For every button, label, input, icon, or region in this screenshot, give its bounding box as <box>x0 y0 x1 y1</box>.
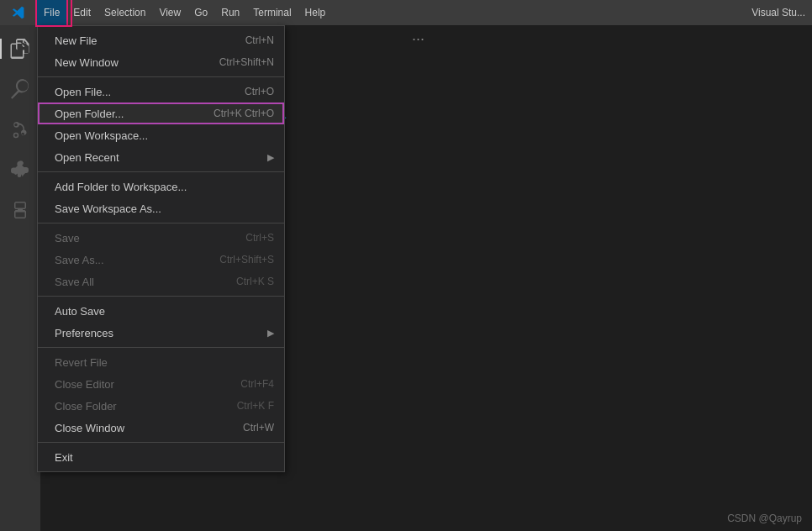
file-dropdown-menu: New File Ctrl+N New Window Ctrl+Shift+N … <box>37 25 285 472</box>
menu-item-exit-label: Exit <box>55 451 274 464</box>
menu-item-save-all-shortcut: Ctrl+K S <box>236 276 274 287</box>
menu-item-preferences-label: Preferences <box>55 327 264 339</box>
menu-item-preferences[interactable]: Preferences ▶ <box>38 322 284 344</box>
menu-item-open-workspace-label: Open Workspace... <box>55 129 257 142</box>
menu-item-close-editor: Close Editor Ctrl+F4 <box>38 373 284 395</box>
menu-item-add-folder[interactable]: Add Folder to Workspace... <box>38 176 284 197</box>
menu-item-preferences-arrow: ▶ <box>267 328 274 339</box>
menu-item-save-as-shortcut: Ctrl+Shift+S <box>219 254 274 266</box>
menu-item-new-window-shortcut: Ctrl+Shift+N <box>219 56 274 68</box>
menu-item-save-all-label: Save All <box>55 276 219 288</box>
menu-item-open-folder-label: Open Folder... <box>55 108 197 120</box>
separator-4 <box>38 296 284 297</box>
separator-3 <box>38 223 284 223</box>
menu-item-open-workspace[interactable]: Open Workspace... <box>38 124 284 146</box>
menu-item-revert-file-label: Revert File <box>55 356 274 369</box>
menu-item-save: Save Ctrl+S <box>38 227 284 249</box>
menu-item-save-as-label: Save As... <box>55 254 203 266</box>
menu-item-save-shortcut: Ctrl+S <box>245 232 274 244</box>
menu-item-close-folder-shortcut: Ctrl+K F <box>237 400 274 412</box>
menu-item-open-recent-arrow: ▶ <box>267 152 274 163</box>
menu-overlay[interactable]: New File Ctrl+N New Window Ctrl+Shift+N … <box>0 0 812 531</box>
separator-2 <box>38 171 284 172</box>
menu-item-open-folder-shortcut: Ctrl+K Ctrl+O <box>214 108 274 119</box>
menu-item-auto-save-label: Auto Save <box>55 305 274 318</box>
separator-5 <box>38 347 284 348</box>
menu-item-open-file[interactable]: Open File... Ctrl+O <box>38 81 284 103</box>
menu-item-close-editor-label: Close Editor <box>55 378 224 391</box>
menu-item-close-window-label: Close Window <box>55 422 226 434</box>
menu-item-save-as: Save As... Ctrl+Shift+S <box>38 249 284 271</box>
menu-item-close-window[interactable]: Close Window Ctrl+W <box>38 417 284 439</box>
menu-item-new-file-shortcut: Ctrl+N <box>245 34 274 46</box>
menu-item-close-folder-label: Close Folder <box>55 400 220 413</box>
menu-item-save-all: Save All Ctrl+K S <box>38 271 284 292</box>
menu-item-save-workspace[interactable]: Save Workspace As... <box>38 197 284 219</box>
menu-item-open-file-shortcut: Ctrl+O <box>245 86 274 97</box>
menu-item-close-window-shortcut: Ctrl+W <box>243 422 274 434</box>
menu-item-new-window[interactable]: New Window Ctrl+Shift+N <box>38 51 284 73</box>
separator-1 <box>38 76 284 77</box>
menu-item-revert-file: Revert File <box>38 351 284 373</box>
menu-item-open-recent-label: Open Recent <box>55 151 264 164</box>
menu-item-auto-save[interactable]: Auto Save <box>38 300 284 322</box>
menu-item-new-file-label: New File <box>55 34 229 47</box>
menu-item-save-workspace-label: Save Workspace As... <box>55 202 257 215</box>
menu-item-open-file-label: Open File... <box>55 86 228 98</box>
menu-item-close-editor-shortcut: Ctrl+F4 <box>240 378 274 390</box>
menu-item-save-label: Save <box>55 232 229 244</box>
menu-item-exit[interactable]: Exit <box>38 446 284 468</box>
menu-item-add-folder-label: Add Folder to Workspace... <box>55 181 257 193</box>
separator-6 <box>38 442 284 443</box>
menu-item-new-window-label: New Window <box>55 56 203 69</box>
menu-item-open-recent[interactable]: Open Recent ▶ <box>38 146 284 168</box>
menu-item-new-file[interactable]: New File Ctrl+N <box>38 29 284 51</box>
menu-item-open-folder[interactable]: Open Folder... Ctrl+K Ctrl+O <box>38 103 284 124</box>
menu-item-close-folder: Close Folder Ctrl+K F <box>38 395 284 417</box>
